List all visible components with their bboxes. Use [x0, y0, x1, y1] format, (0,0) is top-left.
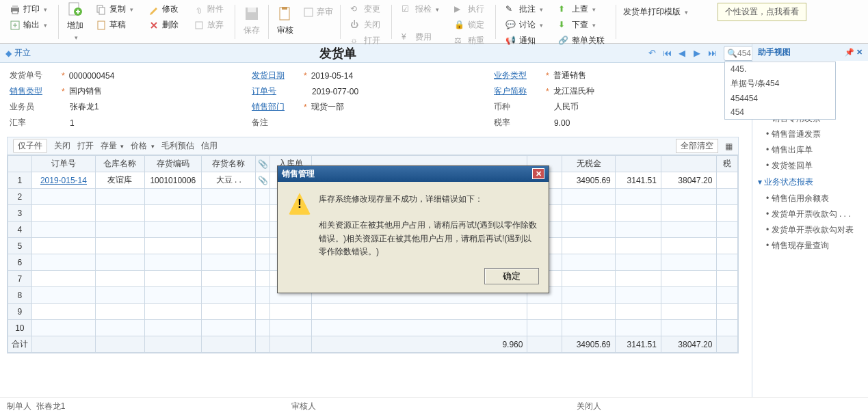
doc-status: 开立 — [14, 47, 31, 59]
execute-button: ▶执行 — [450, 1, 488, 17]
biz-type-label[interactable]: 业务类型 — [494, 70, 542, 81]
discuss-button[interactable]: 💬讨论▾ — [501, 17, 547, 33]
svg-rect-9 — [196, 22, 202, 29]
remark-label: 备注 — [252, 117, 300, 129]
cust-abbr-value: 龙江温氏种 — [553, 85, 594, 97]
biz-type-value: 普通销售 — [553, 70, 586, 81]
search-suggest: 445. 单据号/条454 454454 454 — [724, 62, 836, 120]
document-bar: ◆ 开立 发货单 ↶ ⏮ ◀ ▶ ⏭ 🔍 ✕ 445. 单据号/条454 454… — [0, 44, 868, 63]
dialog-close-icon[interactable]: ✕ — [532, 168, 544, 179]
lookup-down-button[interactable]: ⬇下查▾ — [554, 17, 609, 33]
grid-stock[interactable]: 存量 ▾ — [101, 140, 124, 152]
warning-icon — [289, 193, 311, 215]
order-no-label[interactable]: 订单号 — [252, 85, 300, 97]
report-item[interactable]: • 销售现存量查询 — [752, 238, 868, 254]
discard-button: 放弃 — [189, 17, 228, 33]
suggest-item[interactable]: 454 — [725, 105, 835, 119]
nav-prev-icon[interactable]: ◀ — [675, 46, 689, 60]
grid-totals: 合计9.96034905.693141.5138047.20 — [8, 336, 738, 353]
annotate-button[interactable]: ✎批注▾ — [501, 1, 547, 17]
settings-tooltip[interactable]: 个性设置，点我看看 — [718, 3, 806, 21]
grid-toolbar: 仅子件 关闭 打开 存量 ▾ 价格 ▾ 毛利预估 信用 全部清空 ▦ — [7, 137, 739, 155]
attach-button: 附件 — [189, 1, 228, 17]
suggest-item[interactable]: 445. — [725, 62, 835, 76]
rate-value: 1 — [70, 118, 75, 128]
svg-rect-7 — [99, 8, 105, 14]
report-item[interactable]: • 销售信用余额表 — [752, 191, 868, 206]
svg-rect-8 — [98, 21, 105, 29]
grid-price[interactable]: 价格 ▾ — [131, 140, 154, 152]
salesman-value: 张春龙1 — [70, 101, 99, 113]
report-button: ☑报检▾ — [397, 1, 443, 17]
auditor-label: 审核人 — [291, 401, 576, 412]
grid-open[interactable]: 打开 — [77, 140, 94, 152]
maker-value: 张春龙1 — [36, 401, 66, 411]
add-button[interactable]: 增加▾ — [62, 1, 89, 40]
sale-type-label[interactable]: 销售类型 — [10, 85, 57, 97]
svg-rect-2 — [12, 11, 18, 14]
salesman-label: 业务员 — [10, 101, 57, 113]
print-template-button[interactable]: 发货单打印模版▾ — [619, 4, 692, 20]
nav-first-icon[interactable]: ⏮ — [660, 46, 674, 60]
clear-all-button[interactable]: 全部清空 — [676, 139, 718, 153]
panel-title: 助手视图 — [758, 46, 791, 58]
svg-rect-11 — [248, 8, 256, 12]
cost-button: ¥费用 — [397, 29, 443, 45]
lock-button: 🔒锁定 — [450, 17, 488, 33]
bill-no-value: 0000000454 — [69, 71, 115, 81]
status-icon: ◆ — [5, 49, 12, 58]
svg-rect-13 — [282, 7, 287, 10]
dept-value: 现货一部 — [311, 101, 344, 113]
undo-icon[interactable]: ↶ — [645, 46, 659, 60]
nav-next-icon[interactable]: ▶ — [690, 46, 704, 60]
grid-gross[interactable]: 毛利预估 — [161, 140, 194, 152]
suggest-item[interactable]: 单据号/条454 — [725, 76, 835, 92]
report-item[interactable]: • 发货单开票收款勾 . . . — [752, 206, 868, 222]
lookup-up-button[interactable]: ⬆上查▾ — [554, 1, 609, 17]
tax-rate-value: 9.00 — [554, 118, 570, 128]
ship-date-label[interactable]: 发货日期 — [252, 70, 300, 81]
copy-button[interactable]: 复制▾ — [92, 1, 137, 17]
unaudit-button: 弃审 — [299, 4, 337, 20]
currency-label: 币种 — [494, 101, 542, 113]
change-button: ⟲变更 — [346, 1, 384, 17]
quick-item[interactable]: • 销售出库单 — [752, 142, 868, 158]
ship-date-value: 2019-05-14 — [311, 71, 353, 81]
output-button[interactable]: 输出▾ — [5, 17, 51, 33]
currency-value: 人民币 — [554, 101, 579, 113]
delete-button[interactable]: 删除 — [144, 17, 183, 33]
dialog-title: 销售管理 — [282, 168, 315, 180]
closer-label: 关闭人 — [577, 401, 861, 412]
child-only-tag[interactable]: 仅子件 — [13, 139, 47, 153]
dialog-ok-button[interactable]: 确定 — [484, 268, 539, 284]
grid-close[interactable]: 关闭 — [54, 140, 70, 152]
report-section[interactable]: ▾ 业务状态报表 — [752, 174, 868, 191]
audit-button[interactable]: 审核 — [272, 1, 299, 40]
svg-rect-1 — [12, 5, 18, 8]
nav-last-icon[interactable]: ⏭ — [705, 46, 719, 60]
dialog-message: 库存系统修改现存量不成功，详细错误如下： 相关资源正在被其他用户占用，请稍后再试… — [319, 193, 538, 258]
table-row[interactable]: 9 — [8, 304, 738, 320]
close-button: ⏻关闭 — [346, 17, 384, 33]
modify-button[interactable]: 修改 — [144, 1, 183, 17]
doc-title: 发货单 — [31, 45, 644, 62]
grid-credit[interactable]: 信用 — [201, 140, 218, 152]
rate-label: 汇率 — [10, 117, 57, 129]
quick-item[interactable]: • 发货签回单 — [752, 158, 868, 174]
cust-abbr-label[interactable]: 客户简称 — [494, 85, 542, 97]
dept-label[interactable]: 销售部门 — [252, 101, 300, 113]
bill-no-label: 发货单号 — [10, 70, 57, 81]
pin-icon[interactable]: 📌 ✕ — [845, 48, 863, 57]
report-item[interactable]: • 发货单开票收款勾对表 — [752, 222, 868, 238]
print-button[interactable]: 打印▾ — [5, 1, 51, 17]
table-row[interactable]: 10 — [8, 320, 738, 336]
search-icon: 🔍 — [727, 49, 737, 58]
maker-label: 制单人 — [7, 401, 31, 411]
footer-bar: 制单人 张春龙1 审核人 关闭人 — [0, 397, 868, 415]
save-button: 保存 — [238, 1, 265, 40]
draft-button[interactable]: 草稿 — [92, 17, 137, 33]
error-dialog: 销售管理✕ 库存系统修改现存量不成功，详细错误如下： 相关资源正在被其他用户占用… — [277, 165, 549, 293]
grid-menu-icon[interactable]: ▦ — [725, 142, 733, 151]
quick-item[interactable]: • 销售普通发票 — [752, 126, 868, 142]
suggest-item[interactable]: 454454 — [725, 92, 835, 105]
